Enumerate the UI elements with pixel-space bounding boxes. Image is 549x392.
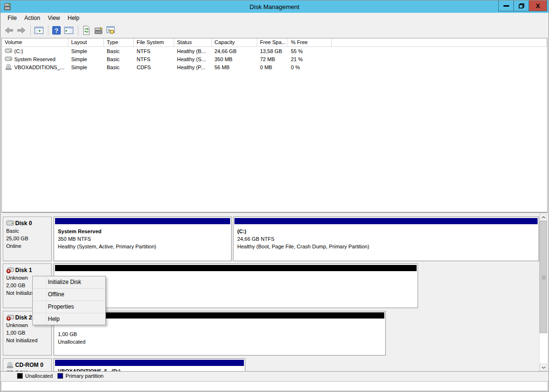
cell-fs: NTFS (134, 56, 174, 62)
disk-error-icon (6, 315, 14, 321)
scrollbar-thumb[interactable] (540, 221, 547, 333)
refresh-button[interactable] (81, 25, 92, 36)
primary-partition-bar (55, 360, 244, 366)
toolbar-separator (30, 25, 31, 36)
disk-context-menu: Initialize Disk Offline Properties Help (32, 276, 106, 325)
column-file-system[interactable]: File System (134, 38, 174, 46)
cell-layout: Simple (68, 56, 104, 62)
restore-icon (519, 3, 524, 9)
cell-pct: 0 % (288, 64, 332, 70)
cdrom-header[interactable]: CD-ROM 0 CD-ROM (3, 358, 52, 371)
help-button[interactable]: ? (51, 25, 62, 36)
legend-primary-partition: Primary partition (57, 373, 103, 379)
scroll-up-button[interactable] (540, 213, 547, 221)
menubar: File Action View Help (0, 13, 549, 23)
disk-management-window: Disk Management X File Action View Help (0, 0, 549, 392)
cell-type: Basic (104, 64, 134, 70)
column-free-space[interactable]: Free Spa... (257, 38, 288, 46)
menu-item-properties[interactable]: Properties (33, 301, 105, 313)
volume-name: (C:) (14, 48, 23, 54)
disk-icon (6, 220, 14, 226)
cdrom-media-region[interactable]: VBOXADDITIONS_5.. (D:) (54, 358, 245, 371)
disk-name: Disk 1 (15, 266, 32, 274)
cell-free: 72 MB (257, 56, 288, 62)
menu-help[interactable]: Help (64, 14, 84, 22)
minimize-button[interactable] (498, 0, 514, 11)
cell-type: Basic (104, 48, 134, 54)
disk-properties-icon (94, 26, 103, 35)
cell-capacity: 24,66 GB (212, 48, 257, 54)
toolbar-separator (78, 25, 78, 36)
disk-name: Disk 2 (15, 314, 32, 321)
partition-name: (C:) (237, 228, 538, 235)
scroll-down-button[interactable] (540, 364, 547, 371)
refresh-icon (82, 26, 91, 35)
cell-capacity: 56 MB (212, 64, 257, 70)
action-pane-icon (64, 27, 74, 34)
settings-icon (106, 26, 116, 35)
vertical-scrollbar[interactable] (539, 213, 547, 371)
close-button[interactable]: X (529, 0, 547, 11)
scrollbar-grip (542, 276, 546, 280)
legend-unallocated-label: Unallocated (25, 373, 53, 379)
caption-buttons: X (499, 0, 547, 11)
cell-layout: Simple (68, 64, 104, 70)
menu-action[interactable]: Action (20, 14, 44, 22)
cell-status: Healthy (P... (174, 64, 212, 70)
console-tree-icon (34, 27, 44, 34)
column-status[interactable]: Status (174, 38, 212, 46)
help-icon: ? (52, 26, 61, 35)
disk-status: Not Initialized (6, 337, 51, 344)
toolbar: ? (0, 23, 549, 38)
column-pct-free[interactable]: % Free (288, 38, 332, 46)
table-row[interactable]: VBOXADDITIONS_... Simple Basic CDFS Heal… (2, 63, 547, 71)
menu-item-help[interactable]: Help (33, 313, 105, 325)
column-layout[interactable]: Layout (68, 38, 104, 46)
column-type[interactable]: Type (104, 38, 134, 46)
legend-unallocated: Unallocated (17, 373, 53, 379)
cell-fs: CDFS (134, 64, 174, 70)
menu-file[interactable]: File (4, 14, 20, 22)
cell-free: 0 MB (257, 64, 288, 70)
table-row[interactable]: System Reserved Simple Basic NTFS Health… (2, 55, 547, 63)
disk-size: 25,00 GB (6, 235, 51, 242)
menu-item-offline[interactable]: Offline (33, 289, 105, 301)
unallocated-label: Unallocated (58, 338, 384, 346)
console-tree-button[interactable] (33, 25, 45, 36)
drive-icon (5, 56, 12, 62)
legend-bar: Unallocated Primary partition (0, 371, 549, 380)
back-button[interactable] (3, 25, 15, 36)
volume-table-header: Volume Layout Type File System Status Ca… (2, 38, 547, 47)
cell-pct: 55 % (288, 48, 332, 54)
partition-size: 24,66 GB NTFS (237, 235, 538, 243)
cell-status: Healthy (S... (174, 56, 212, 62)
titlebar[interactable]: Disk Management X (0, 0, 549, 13)
cd-drive-icon (5, 64, 12, 70)
column-capacity[interactable]: Capacity (212, 38, 257, 46)
disk1-unallocated-region[interactable]: 2,00 GB Unallocated (54, 264, 418, 308)
disk0-header[interactable]: Disk 0 Basic 25,00 GB Online (3, 217, 52, 261)
menu-item-initialize-disk[interactable]: Initialize Disk (33, 276, 105, 288)
disk-size: 1,00 GB (6, 329, 51, 337)
partition-system-reserved[interactable]: System Reserved 350 MB NTFS Healthy (Sys… (54, 217, 232, 261)
back-icon (4, 27, 14, 34)
window-title: Disk Management (0, 3, 549, 10)
partition-name: System Reserved (58, 228, 230, 235)
settings-button[interactable] (105, 25, 117, 36)
partition-c-drive[interactable]: (C:) 24,66 GB NTFS Healthy (Boot, Page F… (233, 217, 539, 261)
forward-icon (17, 27, 26, 34)
disk-properties-button[interactable] (93, 25, 104, 36)
primary-partition-bar (234, 218, 538, 224)
table-row[interactable]: (C:) Simple Basic NTFS Healthy (B... 24,… (2, 47, 547, 55)
restore-button[interactable] (513, 0, 529, 11)
column-volume[interactable]: Volume (2, 38, 68, 46)
unallocated-bar (55, 265, 417, 271)
forward-button[interactable] (16, 25, 27, 36)
action-pane-button[interactable] (63, 25, 74, 36)
chevron-up-icon (541, 216, 546, 219)
toolbar-separator (48, 25, 48, 36)
menu-view[interactable]: View (44, 14, 64, 22)
cell-status: Healthy (B... (174, 48, 212, 54)
cell-pct: 21 % (288, 56, 332, 62)
unallocated-size: 1,00 GB (58, 330, 384, 338)
